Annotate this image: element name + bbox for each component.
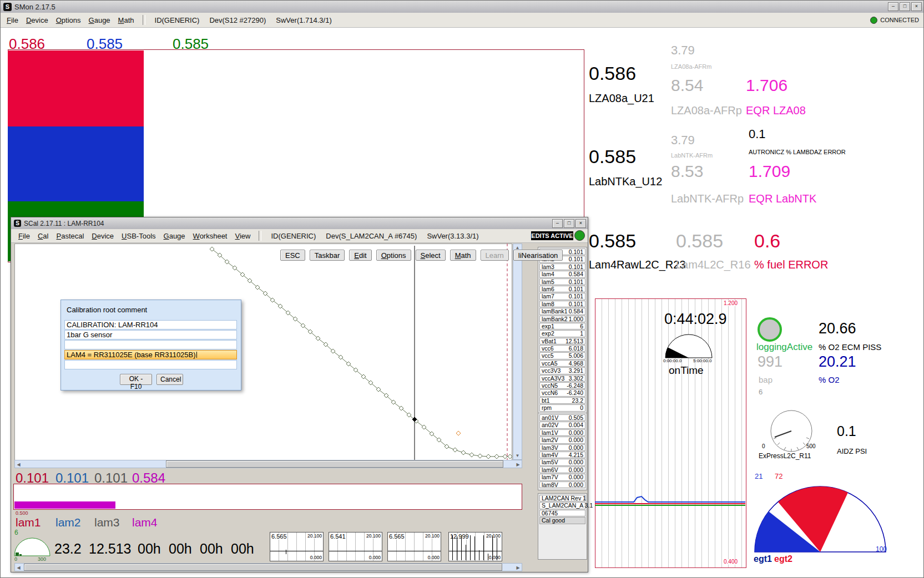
menu-separator (259, 231, 261, 241)
dialog-comment-row[interactable]: CALIBRATION: LAM-RR104 (64, 320, 237, 329)
lam4l2c-label: Lam4L2C_R16 (676, 259, 751, 270)
channel-value: -6.240 (567, 390, 583, 396)
channel-value: 0.505 (569, 415, 583, 420)
toolbar-linearisation-button[interactable]: liNearisation (513, 250, 563, 261)
smon-id-info: ID(GENERIC) (155, 16, 200, 24)
channel-value: 12.513 (565, 338, 583, 344)
toolbar-select-button[interactable]: Select (416, 250, 446, 261)
smon-menu-device[interactable]: Device (26, 16, 48, 24)
egt1-value: 21 (755, 473, 763, 480)
scal-menu-worksheet[interactable]: Worksheet (193, 232, 228, 240)
table-row: lam60.101 (539, 286, 585, 292)
scal-window: S SCal 2.17.11 : LAM-RR104 – □ × FileCal… (11, 217, 588, 572)
toolbar-esc-button[interactable]: ESC (280, 250, 305, 261)
lza08a-afrp-value: 8.54 (671, 77, 703, 94)
channel-name: lam2V (542, 437, 558, 443)
connected-status-icon (870, 17, 877, 24)
table-row: vcc55.006 (539, 352, 585, 359)
channel-name: vccA5 (542, 361, 558, 366)
mini-chart-spike (474, 536, 475, 560)
scal-menu-gauge[interactable]: Gauge (164, 232, 185, 240)
chart-hscrollbar[interactable]: ◀ ▶ (14, 460, 522, 468)
scal-menu-usb-tools[interactable]: USB-Tools (122, 232, 155, 240)
channel-value: 0.000 (569, 437, 583, 443)
scroll-left-icon[interactable]: ◀ (15, 461, 22, 468)
cancel-button[interactable]: Cancel (156, 374, 183, 385)
dialog-comment-row[interactable] (64, 340, 237, 349)
channel-name: an01V (542, 415, 558, 420)
logging-active-label: loggingActive (756, 342, 812, 352)
ok-button[interactable]: OK - F10 (120, 374, 152, 385)
scal-menu-pastecal[interactable]: Pastecal (56, 232, 84, 240)
chart-vscrollbar[interactable]: ▲ ▼ (513, 244, 522, 460)
scal-close-icon[interactable]: × (575, 219, 586, 228)
dialog-comment-row[interactable]: 1bar G sensor (64, 330, 237, 339)
scal-menu-cal[interactable]: Cal (38, 232, 49, 240)
scal-maximize-icon[interactable]: □ (564, 219, 574, 228)
trend-ymin-label: 0.400 (724, 559, 738, 565)
lam4raw-value: 0.585 (589, 231, 636, 250)
channel-value: 6.018 (569, 346, 583, 351)
toolbar-math-button[interactable]: Math (450, 250, 476, 261)
curve-point (508, 454, 512, 459)
mini-chart-midline (270, 551, 323, 551)
table-row: an01V0.505 (539, 414, 585, 421)
lza08a-label: LZA08a_U21 (589, 93, 654, 104)
scal-titlebar[interactable]: S SCal 2.17.11 : LAM-RR104 – □ × (11, 217, 588, 230)
dialog-comment-row[interactable]: LAM4 = RR311025E (base RR311025B) (64, 350, 237, 359)
mini-chart-spike (479, 550, 479, 560)
smon-menu-math[interactable]: Math (118, 16, 134, 24)
lam4raw-label: Lam4RawL2C_R23 (589, 259, 686, 270)
scroll-right-icon[interactable]: ▶ (514, 461, 522, 468)
toolbar-taskbar-button[interactable]: Taskbar (310, 250, 345, 261)
dialog-row-text: CALIBRATION: LAM-RR104 (67, 321, 158, 329)
smon-window: S SMon 2.17.5 – □ × FileDeviceOptionsGau… (0, 0, 924, 578)
scal-minimize-icon[interactable]: – (552, 219, 563, 228)
lza08a-afrm-value: 3.79 (671, 44, 695, 57)
lza08a-afrm-label: LZA08a-AFRm (671, 64, 711, 70)
scal-menu-file[interactable]: File (18, 232, 30, 240)
table-row: vcc3V33.291 (539, 367, 585, 374)
channel-value: 4.968 (569, 361, 583, 366)
smon-menu-options[interactable]: Options (56, 16, 81, 24)
table-row: lam80.101 (539, 301, 585, 307)
maximize-icon[interactable]: □ (900, 2, 910, 11)
channel-name: lam3 (542, 264, 554, 270)
smon-menu-gauge[interactable]: Gauge (89, 16, 110, 24)
scroll-left-icon[interactable]: ◀ (15, 564, 22, 571)
channel-name: vcc5 (542, 353, 554, 358)
table-row: rpm0 (539, 404, 585, 411)
lza08a-value: 0.586 (589, 64, 636, 83)
channel-value: 0.004 (569, 422, 583, 428)
smon-titlebar[interactable]: S SMon 2.17.5 – □ × (1, 1, 923, 13)
toolbar-learn-button[interactable]: Learn (481, 250, 509, 261)
scal-menu-view[interactable]: View (235, 232, 251, 240)
curve-point (494, 454, 499, 459)
scal-bottom-scrollbar[interactable]: ◀ ▶ (14, 563, 522, 571)
mini-chart-spike (470, 535, 471, 560)
ontime-value: 0:44:02.9 (664, 312, 727, 327)
toolbar-edit-button[interactable]: Edit (349, 250, 371, 261)
scrollbar-thumb[interactable] (166, 460, 503, 468)
mini-chart-max: 20.100 (366, 534, 381, 539)
scal-menu-device[interactable]: Device (92, 232, 114, 240)
labntka-label: LabNTKa_U12 (589, 176, 662, 187)
mini-chart-spike (488, 554, 488, 560)
minimize-icon[interactable]: – (888, 2, 898, 11)
scrollbar-thumb[interactable] (24, 564, 502, 571)
smon-menubar: FileDeviceOptionsGaugeMath ID(GENERIC) D… (1, 13, 923, 28)
channel-name: an02V (542, 422, 558, 428)
scal-window-title: SCal 2.17.11 : LAM-RR104 (24, 220, 104, 227)
close-icon[interactable]: × (911, 2, 922, 11)
dialog-comment-row[interactable] (64, 360, 237, 369)
table-row: lamBank21.000 (539, 316, 585, 322)
scroll-right-icon[interactable]: ▶ (514, 564, 522, 571)
toolbar-options-button[interactable]: Options (376, 250, 411, 261)
table-row: exp21 (539, 330, 585, 337)
smon-menu-file[interactable]: File (7, 16, 18, 24)
calibration-comment-dialog: Calibration root comment CALIBRATION: LA… (60, 300, 241, 391)
channel-value: 0.000 (569, 459, 583, 465)
scroll-down-icon[interactable]: ▼ (514, 452, 521, 459)
device-info-row: LAM2CAN Rev 1 (539, 495, 585, 501)
channel-name: lamBank2 (542, 316, 568, 322)
